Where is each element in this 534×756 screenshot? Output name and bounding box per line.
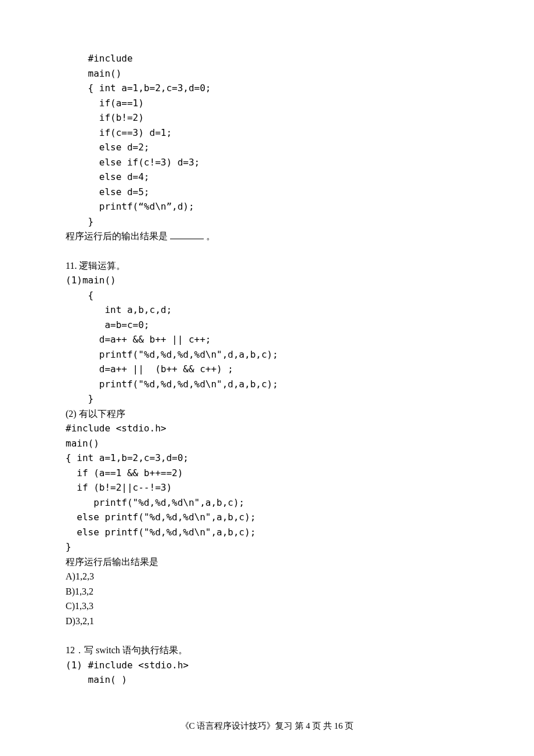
q10-code-4: if(b!=2): [66, 110, 468, 125]
q11-p1-7: d=a++ || (b++ && c++) ;: [66, 362, 468, 377]
q11-heading: 11. 逻辑运算。: [66, 258, 468, 273]
footer-text: 《C 语言程序设计技巧》复习 第 4 页 共 16 页: [181, 721, 354, 730]
q11-p2-3: if (a==1 && b++==2): [66, 466, 468, 481]
q11-p2-2: { int a=1,b=2,c=3,d=0;: [66, 451, 468, 466]
q11-p2-8: }: [66, 539, 468, 555]
q11-p1-0: (1)main(): [66, 273, 468, 288]
page-content: #include main() { int a=1,b=2,c=3,d=0; i…: [66, 51, 468, 687]
q10-code-11: }: [66, 214, 468, 229]
q11-p2-1: main(): [66, 436, 468, 451]
q10-code-5: if(c==3) d=1;: [66, 125, 468, 141]
q11-option-b: B)1,3,2: [66, 584, 468, 599]
q11-option-d: D)3,2,1: [66, 614, 468, 629]
q10-code-8: else d=4;: [66, 170, 468, 185]
q10-code-1: main(): [66, 66, 468, 81]
q11-p2-5: printf("%d,%d,%d\n",a,b,c);: [66, 495, 468, 510]
q11-option-c: C)1,3,3: [66, 599, 468, 614]
q11-p1-8: printf("%d,%d,%d,%d\n",d,a,b,c);: [66, 377, 468, 392]
q10-code-6: else d=2;: [66, 140, 468, 155]
q10-result-prefix: 程序运行后的输出结果是: [66, 231, 170, 241]
q10-code-9: else d=5;: [66, 185, 468, 200]
q10-result: 程序运行后的输出结果是 。: [66, 229, 468, 244]
q11-option-a: A)1,2,3: [66, 569, 468, 584]
q12-heading: 12．写 switch 语句执行结果。: [66, 643, 468, 658]
q12-code-1: main( ): [66, 672, 468, 687]
q10-code-3: if(a==1): [66, 96, 468, 111]
q11-p2-result: 程序运行后输出结果是: [66, 555, 468, 570]
q11-p1-5: printf("%d,%d,%d,%d\n",d,a,b,c);: [66, 347, 468, 362]
q11-p2-0: #include <stdio.h>: [66, 421, 468, 436]
document-page: #include main() { int a=1,b=2,c=3,d=0; i…: [0, 0, 534, 687]
q12-code-0: (1) #include <stdio.h>: [66, 658, 468, 673]
q10-code-2: { int a=1,b=2,c=3,d=0;: [66, 81, 468, 96]
page-footer: 《C 语言程序设计技巧》复习 第 4 页 共 16 页: [0, 719, 534, 733]
q10-result-suffix: 。: [204, 231, 215, 241]
q11-p1-3: a=b=c=0;: [66, 318, 468, 333]
q11-p1-1: {: [66, 288, 468, 303]
fill-blank[interactable]: [170, 229, 204, 239]
q10-code-10: printf(“%d\n”,d);: [66, 199, 468, 214]
q11-p2-6: else printf("%d,%d,%d\n",a,b,c);: [66, 510, 468, 525]
q11-p2-4: if (b!=2||c--!=3): [66, 480, 468, 495]
q11-p2-heading: (2) 有以下程序: [66, 406, 468, 422]
q11-p1-2: int a,b,c,d;: [66, 303, 468, 318]
q10-code-0: #include: [66, 51, 468, 66]
q10-code-7: else if(c!=3) d=3;: [66, 155, 468, 170]
q11-p1-4: d=a++ && b++ || c++;: [66, 332, 468, 347]
q11-p2-7: else printf("%d,%d,%d\n",a,b,c);: [66, 525, 468, 540]
q11-p1-9: }: [66, 391, 468, 406]
